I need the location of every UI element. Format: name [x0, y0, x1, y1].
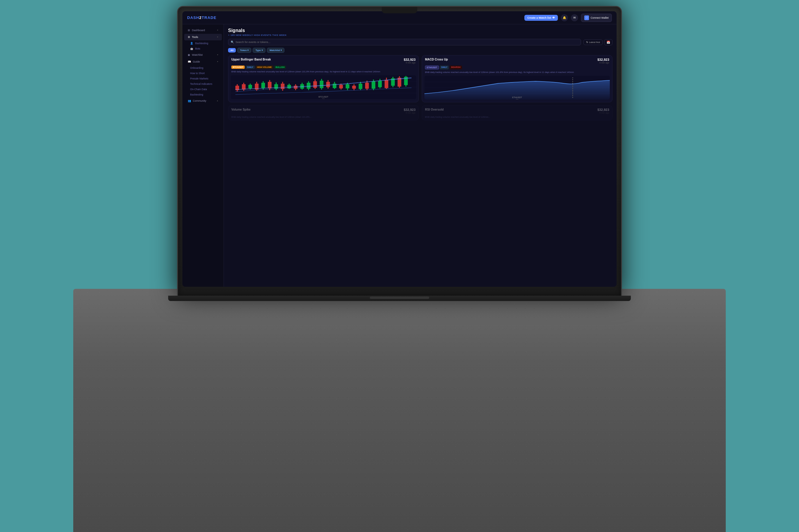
card-1-time: 5 min ago [404, 61, 416, 64]
card-2-description: BNB daily trading volume reached unusual… [422, 71, 612, 76]
sidebar-technical-label: Technical Indicators [190, 82, 212, 86]
card-3-desc: BNB daily trading volume reached unusual… [228, 116, 418, 120]
card-1-chart-label: BTCUSDT [319, 96, 328, 98]
sidebar-dashboard-label: Dashboard [192, 29, 205, 32]
signal-card-1[interactable]: Upper Bollinger Band Break $32,923 5 min… [228, 55, 419, 102]
filter-watchlist-tag[interactable]: Watchlist ▾ [267, 48, 285, 53]
signals-subtitle: + 189 NEW WEEKLY HIGH EVENTS THIS WEEK [228, 34, 612, 37]
community-icon: 👥 [188, 99, 191, 102]
sidebar-item-watchlist[interactable]: ◉ Watchlist ▾ [184, 52, 222, 58]
sort-button[interactable]: ⇅ Latest first [583, 39, 603, 45]
calendar-button[interactable]: 📅 [604, 39, 612, 45]
card-2-chart-label: ETHUSDT [512, 96, 522, 98]
chevron-watchlist-icon: ▾ [217, 54, 218, 56]
sidebar-item-tools[interactable]: ⚙ Tools ▾ [184, 34, 222, 40]
sidebar-item-presale[interactable]: Presale Markets [184, 76, 222, 81]
calendar-icon: 📅 [607, 41, 610, 44]
card-1-price: $32,923 [404, 58, 416, 61]
mail-icon: ✉ [573, 16, 576, 19]
filter-tags-row: All Token ▾ Type ▾ Watchlist ▾ [228, 48, 612, 53]
sidebar-howshort-label: How to Short [190, 72, 205, 75]
laptop-base [168, 296, 631, 301]
sidebar-watchlist-label: Watchlist [192, 53, 203, 56]
camera-notch [382, 7, 417, 13]
sidebar-onchain-label: On-Chain Data [190, 88, 207, 91]
signals-title: Signals [228, 28, 612, 33]
search-box[interactable]: 🔍 [228, 39, 581, 45]
card-1-title: Upper Bollinger Band Break [231, 58, 271, 61]
search-icon: 🔍 [231, 41, 234, 43]
card-1-tags: BTC/USDT DAILY HIGH VOLUME BULLISH [228, 65, 418, 70]
sidebar-guide-label: Guide [193, 60, 200, 63]
signals-grid-partial: Volume Spike $32,923 5 min ago BNB daily… [228, 105, 612, 120]
card-4-title: RSI Oversold [425, 108, 444, 111]
dashboard-icon: ⊞ [188, 29, 190, 32]
sidebar-item-backtesting-guide[interactable]: Backtesting [184, 92, 222, 97]
sidebar-item-technical[interactable]: Technical Indicators [184, 81, 222, 87]
filter-token-tag[interactable]: Token ▾ [237, 48, 251, 53]
signal-card-4-partial[interactable]: RSI Oversold $32,923 5 min ago BNB daily… [422, 105, 612, 120]
card-3-header: Volume Spike $32,923 5 min ago [228, 106, 418, 116]
sidebar-item-community[interactable]: 👥 Community ▸ [184, 98, 222, 104]
signals-header: Signals + 189 NEW WEEKLY HIGH EVENTS THI… [228, 28, 612, 37]
sidebar-item-bots[interactable]: 🤖 Bots [184, 46, 222, 51]
signal-card-3-partial[interactable]: Volume Spike $32,923 5 min ago BNB daily… [228, 105, 419, 120]
notification-button[interactable]: 🔔 [561, 14, 568, 21]
filter-type-tag[interactable]: Type ▾ [253, 48, 265, 53]
card-3-title: Volume Spike [231, 108, 251, 111]
screen-bezel: DASH2TRADE Create a Watch list 👁 🔔 ✉ [183, 11, 616, 287]
badge-bearish-2: BEARISH [450, 65, 462, 70]
sidebar-backtesting-label: Backtesting [195, 42, 208, 45]
card-4-header: RSI Oversold $32,923 5 min ago [422, 106, 612, 116]
card-1-header: Upper Bollinger Band Break $32,923 5 min… [228, 55, 418, 65]
card-1-description: BNB daily trading volume reached unusual… [228, 70, 418, 75]
filter-all-tag[interactable]: All [228, 48, 236, 53]
create-watchlist-button[interactable]: Create a Watch list 👁 [525, 15, 558, 21]
card-2-title: MACD Cross Up [425, 58, 448, 61]
app-logo: DASH2TRADE [187, 15, 216, 20]
card-2-header: MACD Cross Up $32,923 5 min ago [422, 55, 612, 65]
card-1-chart: BTCUSDT 5m [231, 75, 416, 99]
sidebar-item-onchain[interactable]: On-Chain Data [184, 87, 222, 92]
mail-button[interactable]: ✉ [571, 14, 578, 21]
card-4-price: $32,923 [597, 108, 609, 112]
card-4-time: 5 min ago [597, 112, 609, 114]
eye-icon: 👁 [552, 16, 555, 19]
badge-daily-1: DAILY [246, 65, 254, 69]
wallet-icon: ⬡ [584, 15, 589, 20]
badge-bullish-1: BULLISH [274, 65, 286, 69]
card-2-price: $32,923 [597, 58, 609, 61]
sidebar-onboarding-label: Onboarding [190, 66, 203, 70]
sidebar-presale-label: Presale Markets [190, 77, 208, 80]
chevron-guide-icon: ▾ [217, 60, 218, 63]
sidebar-item-guide[interactable]: 📖 Guide ▾ [184, 58, 222, 65]
card-3-time: 5 min ago [404, 112, 416, 114]
chevron-down-icon: ▾ [217, 36, 218, 38]
sidebar-item-how-to-short[interactable]: How to Short [184, 71, 222, 76]
badge-ethusdt-2: ETH/USDT [425, 65, 439, 70]
card-4-desc: BNB daily trading volume reached unusual… [422, 116, 612, 120]
guide-icon: 📖 [188, 60, 191, 63]
signal-card-2[interactable]: MACD Cross Up $32,923 5 min ago ETH/USDT [422, 55, 612, 102]
sidebar-item-backtesting[interactable]: 👤 Backtesting [184, 41, 222, 46]
main-layout: ⊞ Dashboard ▾ ⚙ Tools ▾ 👤 Backtesting [183, 24, 616, 287]
search-input[interactable] [235, 41, 578, 43]
laptop-wrapper: DASH2TRADE Create a Watch list 👁 🔔 ✉ [133, 6, 666, 362]
app-container: DASH2TRADE Create a Watch list 👁 🔔 ✉ [183, 11, 616, 287]
filter-group: ⇅ Latest first 📅 [583, 39, 612, 45]
top-nav-right: Create a Watch list 👁 🔔 ✉ ⬡ Connect Wall… [525, 14, 612, 22]
badge-daily-2: DAILY [440, 65, 449, 70]
badge-btcusdt-1: BTC/USDT [231, 65, 245, 69]
connect-wallet-button[interactable]: ⬡ Connect Wallet [581, 14, 612, 22]
laptop-body: DASH2TRADE Create a Watch list 👁 🔔 ✉ [177, 6, 622, 297]
badge-highvol-1: HIGH VOLUME [256, 65, 273, 69]
sidebar-tools-label: Tools [192, 36, 198, 39]
backtesting-icon: 👤 [190, 42, 193, 45]
card-2-chart: ETHUSDT 5m [424, 76, 610, 100]
card-2-tags: ETH/USDT DAILY BEARISH [422, 65, 612, 71]
card-2-chart-sublabel: 5m [516, 98, 518, 100]
sidebar: ⊞ Dashboard ▾ ⚙ Tools ▾ 👤 Backtesting [183, 24, 224, 287]
sidebar-item-dashboard[interactable]: ⊞ Dashboard ▾ [184, 27, 222, 34]
card-3-price: $32,923 [404, 108, 416, 112]
sidebar-item-onboarding[interactable]: Onboarding [184, 65, 222, 71]
